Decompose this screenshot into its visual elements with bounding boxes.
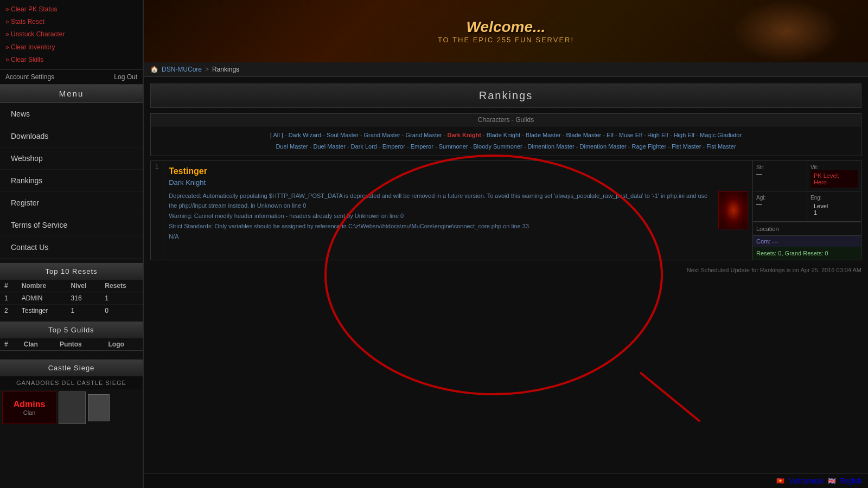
class-tab-grand-master-1[interactable]: Grand Master xyxy=(363,132,400,138)
sep6: - xyxy=(483,132,487,138)
player-class: Dark Knight xyxy=(169,178,709,187)
col-nombre: Nombre xyxy=(17,280,67,292)
breadcrumb-site-link[interactable]: DSN-MUCore xyxy=(162,66,202,73)
vn-lang-link[interactable]: Vietnamese xyxy=(789,477,823,485)
nav-webshop-link[interactable]: Webshop xyxy=(0,147,143,170)
svg-line-1 xyxy=(640,373,700,421)
nav-downloads-link[interactable]: Downloads xyxy=(0,125,143,147)
top-guilds-header: Top 5 Guilds xyxy=(0,322,143,338)
class-tab-grand-master-2[interactable]: Grand Master xyxy=(405,132,442,138)
agi-box: Agi: — xyxy=(753,191,807,221)
table-row: 2 Testinger 1 0 xyxy=(0,304,143,317)
col-nivel: Nivel xyxy=(67,280,101,292)
str-value: — xyxy=(756,170,803,177)
class-tab-soul-master[interactable]: Soul Master xyxy=(327,132,359,138)
admins-name: Admins xyxy=(14,400,46,409)
nav-news[interactable]: News xyxy=(0,103,143,125)
guild-col-rank: # xyxy=(0,338,20,351)
agi-value: — xyxy=(756,201,803,207)
sep18: - xyxy=(435,143,439,150)
nav-register-link[interactable]: Register xyxy=(0,192,143,214)
stats-reset-link[interactable]: Stats Reset xyxy=(5,16,137,28)
castle-image-2 xyxy=(88,394,110,421)
class-tab-duel-master-1[interactable]: Duel Master xyxy=(276,143,308,150)
vn-flag-icon: 🇻🇳 xyxy=(776,477,784,485)
str-box: Str: — xyxy=(753,161,807,191)
error-deprecated: Deprecated: Automatically populating $HT… xyxy=(169,191,709,211)
clear-inventory-link[interactable]: Clear Inventory xyxy=(5,41,137,54)
account-settings-link[interactable]: Account Settings xyxy=(5,73,54,81)
class-tab-dimension-master-1[interactable]: Dimention Master xyxy=(528,143,575,150)
account-row: Account Settings Log Out xyxy=(0,70,143,85)
combo-value: — xyxy=(772,238,778,245)
class-tab-rage-fighter[interactable]: Rage Fighter xyxy=(632,143,667,150)
nav-contact[interactable]: Contact Us xyxy=(0,236,143,259)
sep12: - xyxy=(670,132,674,138)
class-tabs: Characters - Guilds [ All ] - Dark Wizar… xyxy=(150,113,861,156)
class-tab-bloody-summoner[interactable]: Bloody Summoner xyxy=(473,143,522,150)
class-tab-dimension-master-2[interactable]: Dimention Master xyxy=(580,143,627,150)
class-tab-blade-master-1[interactable]: Blade Master xyxy=(526,132,561,138)
guild-col-logo: Logo xyxy=(104,338,143,351)
rank-cell: 1 xyxy=(0,292,17,304)
en-lang-link[interactable]: English xyxy=(840,477,861,485)
admins-block: Admins Clan xyxy=(2,391,56,424)
combo-box: Com: — xyxy=(753,235,861,247)
class-tab-muse-elf[interactable]: Muse Elf xyxy=(619,132,642,138)
error-warning: Warning: Cannot modify header informatio… xyxy=(169,211,709,221)
class-tabs-header: Characters - Guilds xyxy=(151,114,861,126)
level-label: Level xyxy=(814,203,854,209)
nav-tos-link[interactable]: Terms of Service xyxy=(0,214,143,236)
pk-box: PK Level: Hero xyxy=(810,170,858,188)
col-resets: Resets xyxy=(100,280,143,292)
class-tab-magic-gladiator[interactable]: Magic Gladiator xyxy=(700,132,742,138)
clear-pk-status-link[interactable]: Clear PK Status xyxy=(5,3,137,16)
player-main-info: Testinger Dark Knight Deprecated: Automa… xyxy=(163,161,714,260)
class-tab-blade-master-2[interactable]: Blade Master xyxy=(566,132,601,138)
nav-rankings-link[interactable]: Rankings xyxy=(0,170,143,192)
breadcrumb: 🏠 DSN-MUCore > Rankings xyxy=(144,62,868,77)
nav-webshop[interactable]: Webshop xyxy=(0,147,143,170)
class-tab-dark-knight-active: Dark Knight xyxy=(448,132,481,138)
class-tab-fist-master-1[interactable]: Fist Master xyxy=(672,143,701,150)
str-label: Str: xyxy=(756,164,803,170)
class-tab-emperor-2[interactable]: Emperor xyxy=(411,143,433,150)
level-cell: 1 xyxy=(67,304,101,317)
vit-label: Vit: xyxy=(810,164,858,170)
page-title: Rankings xyxy=(150,84,861,108)
class-tab-dark-lord[interactable]: Dark Lord xyxy=(351,143,377,150)
stats-middle-row: Agi: — Eng: Level 1 xyxy=(753,191,861,222)
guild-col-puntos: Puntos xyxy=(55,338,104,351)
nav-contact-link[interactable]: Contact Us xyxy=(0,236,143,259)
location-area: Location xyxy=(753,222,861,235)
name-cell: Testinger xyxy=(17,304,67,317)
class-tab-elf[interactable]: Elf xyxy=(607,132,614,138)
nav-tos[interactable]: Terms of Service xyxy=(0,214,143,236)
class-tab-high-elf-2[interactable]: High Elf xyxy=(674,132,695,138)
class-tab-duel-master-2[interactable]: Duel Master xyxy=(314,143,346,150)
player-stats-panel: Str: — Vit: PK Level: Hero Agi: — xyxy=(752,161,861,260)
player-errors: Deprecated: Automatically populating $HT… xyxy=(169,191,709,241)
class-tab-all[interactable]: [ All ] xyxy=(270,132,283,138)
class-tab-dark-wizard[interactable]: Dark Wizard xyxy=(289,132,322,138)
sep15: - xyxy=(347,143,351,150)
menu-header: Menu xyxy=(0,85,143,103)
class-tab-summoner[interactable]: Summoner xyxy=(439,143,468,150)
banner-welcome: Welcome... xyxy=(438,18,574,36)
class-tab-fist-master-2[interactable]: Fist Master xyxy=(706,143,736,150)
unstuck-character-link[interactable]: Unstuck Character xyxy=(5,28,137,41)
error-na: N/A xyxy=(169,232,709,242)
nav-news-link[interactable]: News xyxy=(0,103,143,125)
char-avatar xyxy=(718,191,748,229)
class-tab-emperor-1[interactable]: Emperor xyxy=(382,143,405,150)
bottom-bar: 🇻🇳 Vietnamese 🇬🇧 English xyxy=(144,473,868,488)
banner-subtitle: TO THE EPIC 255 FUN SERVER! xyxy=(438,36,574,44)
logout-link[interactable]: Log Out xyxy=(114,73,137,81)
nav-downloads[interactable]: Downloads xyxy=(0,125,143,147)
class-tab-high-elf-1[interactable]: High Elf xyxy=(647,132,668,138)
stats-top-row: Str: — Vit: PK Level: Hero xyxy=(753,161,861,191)
class-tab-blade-knight[interactable]: Blade Knight xyxy=(487,132,520,138)
clear-skills-link[interactable]: Clear Skills xyxy=(5,54,137,66)
nav-register[interactable]: Register xyxy=(0,192,143,214)
nav-rankings[interactable]: Rankings xyxy=(0,170,143,192)
